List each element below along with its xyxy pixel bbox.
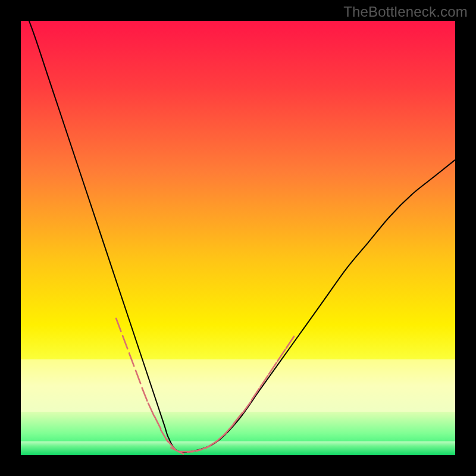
- marker-point: [142, 388, 148, 401]
- marker-point: [155, 416, 161, 429]
- marker-point: [260, 375, 268, 387]
- marker-point: [234, 413, 243, 424]
- marker-point: [129, 353, 134, 366]
- marker-point: [252, 389, 259, 400]
- marker-point: [136, 371, 140, 384]
- plot-area: [21, 21, 455, 455]
- marker-point: [269, 362, 277, 374]
- marker-point: [243, 402, 251, 413]
- marker-point: [171, 448, 183, 454]
- marker-point: [123, 336, 127, 349]
- highlighted-points: [21, 21, 455, 455]
- marker-point: [278, 349, 286, 361]
- marker-point: [116, 318, 121, 331]
- watermark-label: TheBottleneck.com: [343, 4, 468, 20]
- marker-point: [286, 336, 294, 347]
- chart-frame: TheBottleneck.com: [0, 0, 476, 476]
- marker-point: [225, 424, 234, 434]
- marker-point: [148, 403, 154, 416]
